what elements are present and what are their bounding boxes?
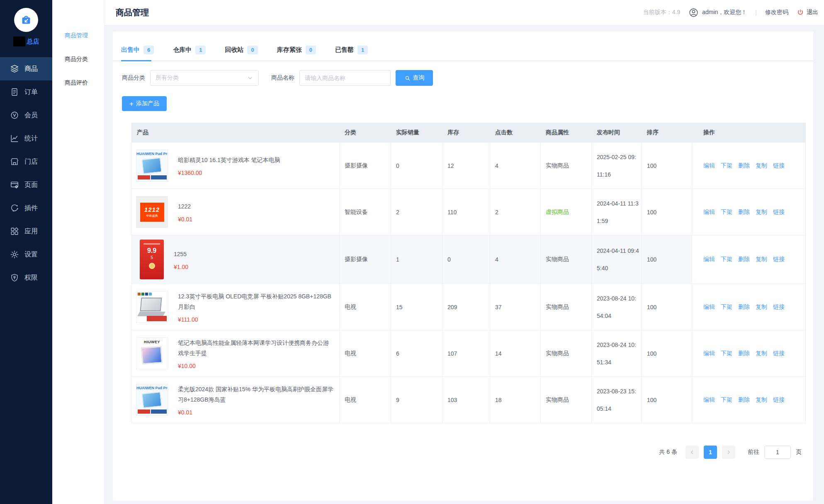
action-off-shelf[interactable]: 下架	[721, 350, 732, 357]
action-delete[interactable]: 删除	[738, 208, 750, 216]
thumb-poster-price: 9.9	[147, 247, 156, 254]
action-edit[interactable]: 编辑	[703, 256, 715, 263]
action-link[interactable]: 链接	[773, 162, 785, 170]
sort-cell: 100	[642, 235, 692, 284]
action-copy[interactable]: 复制	[756, 350, 767, 357]
action-delete[interactable]: 删除	[738, 350, 750, 357]
sidebar-item-goods[interactable]: 商品	[0, 57, 52, 80]
action-delete[interactable]: 删除	[738, 162, 750, 170]
page-1-button[interactable]: 1	[704, 446, 717, 459]
action-off-shelf[interactable]: 下架	[721, 396, 732, 404]
status-tabs: 出售中6仓库中1回收站0库存紧张0已售罄1	[113, 32, 813, 61]
add-product-label: 添加产品	[136, 100, 159, 107]
primary-nav: 商品订单会员统计门店页面插件应用设置权限	[0, 57, 52, 289]
search-button[interactable]: 查询	[396, 70, 433, 86]
action-off-shelf[interactable]: 下架	[721, 162, 732, 170]
action-copy[interactable]: 复制	[756, 208, 767, 216]
action-edit[interactable]: 编辑	[703, 396, 715, 404]
change-password-link[interactable]: 修改密码	[765, 9, 788, 16]
action-copy[interactable]: 复制	[756, 162, 767, 170]
clicks-cell-value: 2	[495, 209, 498, 216]
action-copy[interactable]: 复制	[756, 303, 767, 311]
sidebar-item-stats[interactable]: 统计	[0, 127, 52, 150]
secondary-sidebar: 商品管理商品分类商品评价	[52, 0, 105, 504]
action-copy[interactable]: 复制	[756, 256, 767, 263]
product-name-input[interactable]	[299, 70, 391, 86]
prev-page-button[interactable]	[685, 446, 699, 459]
sidebar-item-settings[interactable]: 设置	[0, 243, 52, 266]
product-name: 暗影精灵10 16.1英寸游戏本 笔记本电脑	[178, 155, 280, 165]
stock-cell-value: 209	[447, 304, 457, 310]
sidebar-item-store[interactable]: 门店	[0, 150, 52, 173]
action-edit[interactable]: 编辑	[703, 350, 715, 357]
actions-cell: 编辑下架删除复制链接	[692, 143, 805, 189]
submenu-item-2[interactable]: 商品评价	[52, 71, 104, 94]
action-delete[interactable]: 删除	[738, 303, 750, 311]
action-copy[interactable]: 复制	[756, 396, 767, 404]
app-root: 总店 商品订单会员统计门店页面插件应用设置权限 商品管理商品分类商品评价 商品管…	[0, 0, 824, 504]
stock-cell-value: 110	[447, 209, 457, 216]
product-price: ¥111.00	[178, 316, 334, 323]
action-link[interactable]: 链接	[773, 303, 785, 311]
sidebar-item-label: 页面	[24, 181, 38, 189]
goto-page-input[interactable]	[764, 446, 791, 459]
sales-cell: 9	[391, 377, 442, 423]
thumb-banner-subtitle: 年终盛典	[146, 214, 158, 218]
logout-button[interactable]: 退出	[797, 9, 818, 16]
action-off-shelf[interactable]: 下架	[721, 208, 732, 216]
sidebar-item-member[interactable]: 会员	[0, 104, 52, 127]
submenu-item-1[interactable]: 商品分类	[52, 47, 104, 71]
sidebar-item-permission[interactable]: 权限	[0, 266, 52, 289]
settings-icon	[10, 250, 19, 259]
tab-3[interactable]: 库存紧张0	[277, 46, 316, 61]
action-delete[interactable]: 删除	[738, 396, 750, 404]
published-value: 2023-08-24 10:51:34	[597, 336, 639, 371]
attribute-value: 实物商品	[546, 396, 569, 404]
attribute-cell: 实物商品	[541, 330, 592, 376]
action-link[interactable]: 链接	[773, 350, 785, 357]
action-off-shelf[interactable]: 下架	[721, 303, 732, 311]
sidebar-item-apps[interactable]: 应用	[0, 220, 52, 243]
tab-4[interactable]: 已售罄1	[335, 46, 368, 61]
sidebar-item-label: 统计	[24, 134, 38, 143]
next-page-button[interactable]	[722, 446, 735, 459]
plus-icon: +	[129, 100, 134, 107]
product-cell: HUAIWEN Pad Pro柔光版2024款 国家补贴15% 华为平板电脑高刷…	[132, 377, 340, 423]
user-menu[interactable]: admin，欢迎您！	[688, 7, 747, 18]
category-select[interactable]: 所有分类	[150, 70, 259, 86]
category-filter-label: 商品分类	[122, 74, 145, 82]
sort-value: 100	[647, 397, 656, 403]
sidebar-item-order[interactable]: 订单	[0, 80, 52, 104]
category-select-value: 所有分类	[156, 74, 179, 82]
stats-icon	[10, 134, 19, 143]
published-cell: 2023-08-24 10:51:34	[592, 330, 642, 376]
action-edit[interactable]: 编辑	[703, 162, 715, 170]
product-info: 柔光版2024款 国家补贴15% 华为平板电脑高刷护眼全面屏学习8+128GB海…	[178, 384, 334, 416]
action-off-shelf[interactable]: 下架	[721, 256, 732, 263]
tab-2[interactable]: 回收站0	[225, 46, 258, 61]
action-edit[interactable]: 编辑	[703, 208, 715, 216]
category-cell-value: 电视	[345, 303, 356, 311]
action-link[interactable]: 链接	[773, 256, 785, 263]
published-value: 2024-04-11 09:45:40	[597, 242, 639, 277]
order-icon	[10, 87, 19, 97]
thumb-badge-art	[138, 410, 150, 414]
action-link[interactable]: 链接	[773, 208, 785, 216]
sales-cell-value: 15	[396, 304, 403, 310]
action-edit[interactable]: 编辑	[703, 303, 715, 311]
product-cell: 12.3英寸平板电脑 OLED电竞屏 平板补贴2025 8GB+128GB月影白…	[132, 284, 340, 330]
product-table: 产品分类实际销量库存点击数商品属性发布时间排序操作 HUAIWEN Pad Pr…	[131, 123, 806, 423]
attribute-value: 实物商品	[546, 350, 569, 357]
tab-0[interactable]: 出售中6	[121, 46, 154, 61]
submenu-item-0[interactable]: 商品管理	[52, 24, 104, 47]
stock-cell: 0	[442, 235, 490, 284]
main-area: 商品管理 当前版本：4.9 admin，欢迎您！ | 修改密码 退出	[105, 0, 824, 504]
add-product-button[interactable]: + 添加产品	[122, 96, 167, 111]
sidebar-item-label: 权限	[24, 274, 38, 282]
tab-1[interactable]: 仓库中1	[173, 46, 206, 61]
sidebar-item-plugin[interactable]: 插件	[0, 196, 52, 220]
topbar: 商品管理 当前版本：4.9 admin，欢迎您！ | 修改密码 退出	[105, 0, 824, 25]
sidebar-item-page[interactable]: 页面	[0, 173, 52, 196]
action-delete[interactable]: 删除	[738, 256, 750, 263]
action-link[interactable]: 链接	[773, 396, 785, 404]
